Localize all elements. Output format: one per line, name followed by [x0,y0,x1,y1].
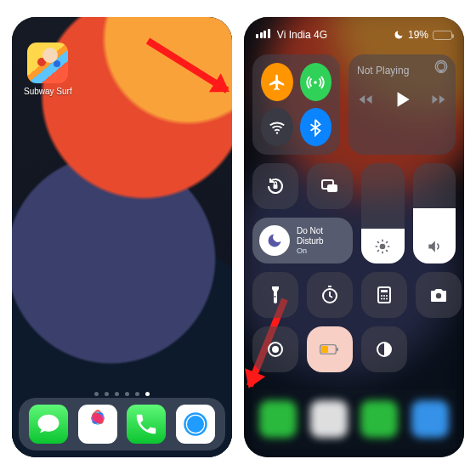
timer-button[interactable] [307,272,353,318]
svg-point-12 [380,244,386,250]
screen-mirroring-button[interactable] [307,163,353,209]
dock-app-messages[interactable] [29,405,68,444]
app-label: Subway Surf [24,87,71,96]
volume-slider[interactable] [413,163,456,264]
photos-icon [83,410,112,439]
dark-mode-icon [374,339,394,360]
cellular-signal-icon [256,29,270,38]
svg-rect-15 [381,290,388,292]
dark-mode-toggle[interactable] [361,326,407,372]
orientation-lock-icon [265,176,286,196]
shortcut-grid-row-2 [252,326,456,372]
carrier-label: Vi India 4G [277,29,327,41]
airplay-icon [434,60,449,75]
battery-percent-label: 19% [408,29,428,41]
airplane-mode-toggle[interactable] [261,63,293,101]
messages-icon [36,411,61,437]
connectivity-group [252,54,340,155]
svg-point-17 [383,295,385,297]
svg-point-21 [386,298,388,300]
app-icon-subway-surfers[interactable]: Subway Surf [24,42,71,96]
focus-label: Do Not Disturb On [297,226,324,256]
svg-rect-26 [337,348,338,351]
dock-app-photos[interactable] [78,405,117,444]
flashlight-icon [265,285,286,305]
low-power-mode-toggle[interactable] [307,326,353,372]
svg-rect-27 [321,346,328,353]
flashlight-button[interactable] [252,272,298,318]
svg-point-18 [386,295,388,297]
svg-point-20 [383,298,385,300]
svg-point-19 [381,298,382,300]
cellular-icon [306,73,325,92]
phone-icon [133,411,159,437]
dock-app-phone[interactable] [127,405,166,444]
screen-record-button[interactable] [252,326,298,372]
volume-icon [426,238,443,255]
page-indicator[interactable] [12,392,232,396]
control-center-panel: Not Playing [252,54,456,449]
wifi-toggle[interactable] [261,108,293,146]
status-left: Vi India 4G [256,29,327,41]
media-next-button[interactable] [430,91,447,108]
orientation-lock-toggle[interactable] [252,163,298,209]
svg-rect-9 [274,184,278,189]
phone-home-screen: Subway Surf [12,17,232,457]
phone-control-center: Vi India 4G 19% [244,17,464,457]
svg-point-6 [276,132,278,133]
status-right: 19% [394,29,452,41]
brightness-icon [374,238,391,255]
dock-blurred [252,389,456,449]
dock [19,398,225,450]
dock-app-safari[interactable] [176,405,215,444]
bluetooth-toggle[interactable] [300,108,332,146]
media-prev-button[interactable] [357,91,374,108]
screen-mirroring-icon [320,176,340,196]
calculator-button[interactable] [361,272,407,318]
screen-record-icon [265,339,286,360]
media-controls-tile[interactable]: Not Playing [348,54,456,155]
svg-point-7 [438,63,445,71]
status-bar: Vi India 4G 19% [244,29,464,41]
brightness-slider[interactable] [361,163,405,264]
focus-do-not-disturb-tile[interactable]: Do Not Disturb On [252,218,353,264]
media-play-button[interactable] [391,88,413,110]
wifi-icon [268,118,286,137]
low-power-icon [320,339,340,360]
timer-icon [320,285,340,305]
bluetooth-icon [306,118,325,137]
safari-icon [183,411,208,437]
airplane-icon [268,73,286,92]
moon-icon [266,232,283,249]
dnd-status-icon [394,30,404,40]
svg-rect-11 [327,184,337,192]
shortcut-grid-row-1 [252,272,456,318]
battery-icon [433,31,452,40]
svg-point-16 [381,295,382,297]
camera-button[interactable] [416,272,462,318]
camera-icon [428,285,449,305]
svg-point-22 [436,293,441,298]
calculator-icon [374,285,394,305]
cellular-data-toggle[interactable] [300,63,332,101]
svg-point-24 [272,346,279,353]
svg-point-5 [314,81,317,84]
